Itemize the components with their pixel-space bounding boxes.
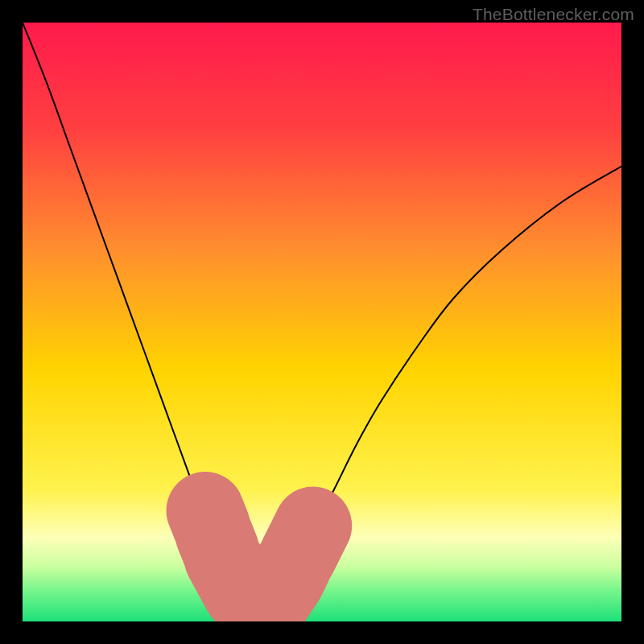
plot-area — [23, 23, 621, 621]
watermark-label: TheBottlenecker.com — [473, 5, 634, 24]
marker-segments — [205, 510, 313, 598]
chart-frame: TheBottlenecker.com — [0, 0, 644, 644]
curve-layer — [23, 23, 621, 621]
marker-dash — [307, 526, 312, 538]
